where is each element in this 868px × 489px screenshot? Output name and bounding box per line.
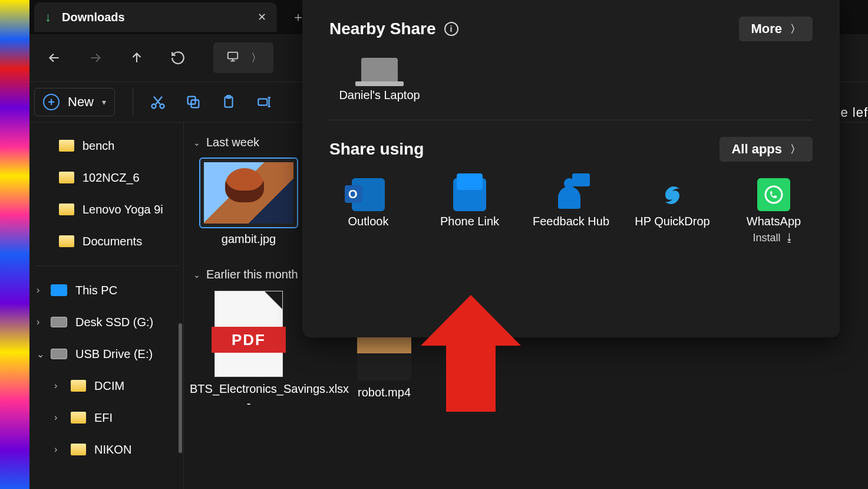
sidebar-item-folder[interactable]: Documents	[29, 225, 183, 257]
chevron-right-icon[interactable]: 〉	[251, 51, 262, 65]
share-app-outlook[interactable]: Outlook	[329, 178, 407, 244]
expand-icon[interactable]: ›	[37, 317, 39, 327]
expand-icon[interactable]: ⌄	[37, 349, 44, 360]
sidebar-item-label: Desk SSD (G:)	[75, 316, 153, 329]
share-app-hp[interactable]: HP QuickDrop	[633, 178, 711, 244]
app-label: Outlook	[348, 215, 389, 228]
group-header-label: Earlier this month	[206, 268, 298, 281]
sidebar-item-folder[interactable]: ›NIKON	[29, 434, 183, 465]
refresh-button[interactable]	[160, 43, 196, 73]
chevron-down-icon: ▾	[102, 97, 106, 107]
drive-icon	[51, 317, 67, 327]
share-using-section: Share using All apps 〉 OutlookPhone Link…	[329, 120, 813, 262]
feedback-hub-icon	[555, 178, 588, 211]
expand-icon[interactable]: ›	[54, 412, 57, 423]
whatsapp-icon	[757, 178, 790, 211]
group-header-label: Last week	[206, 136, 259, 149]
new-button-label: New	[68, 94, 94, 110]
svg-rect-0	[228, 52, 238, 59]
device-label: Daniel's Laptop	[339, 88, 420, 102]
folder-icon	[59, 172, 74, 183]
sidebar-item-folder[interactable]: ›EFI	[29, 402, 183, 434]
folder-icon	[71, 380, 86, 392]
all-apps-button[interactable]: All apps 〉	[720, 137, 813, 162]
sidebar-item-label: EFI	[94, 411, 113, 425]
hp-quickdrop-icon	[656, 178, 689, 211]
back-button[interactable]	[37, 43, 72, 73]
desktop-wallpaper	[0, 0, 29, 489]
file-item[interactable]: gambit.jpg	[190, 159, 308, 247]
new-button[interactable]: + New ▾	[34, 88, 115, 116]
file-label: gambit.jpg	[222, 232, 276, 247]
sidebar-item-drive[interactable]: ›This PC	[29, 274, 183, 306]
svg-point-8	[765, 186, 782, 203]
svg-point-2	[160, 104, 164, 109]
sidebar-item-folder[interactable]: 102NCZ_6	[29, 162, 183, 193]
svg-point-1	[152, 104, 156, 109]
app-label: Phone Link	[440, 215, 499, 228]
expand-icon[interactable]: ›	[54, 380, 57, 391]
nearby-device[interactable]: Daniel's Laptop	[329, 58, 430, 102]
expand-icon[interactable]: ›	[37, 285, 39, 296]
close-icon[interactable]: ✕	[258, 11, 266, 24]
download-icon: ⭳	[784, 232, 795, 244]
plus-icon: +	[43, 94, 60, 110]
image-thumbnail	[204, 162, 293, 224]
folder-icon	[59, 235, 74, 247]
phone-link-icon	[453, 178, 486, 211]
sidebar-item-label: bench	[82, 139, 115, 153]
info-icon[interactable]: i	[444, 22, 458, 36]
separator	[34, 265, 179, 266]
monitor-icon	[225, 50, 240, 65]
pdf-thumbnail: PDF	[214, 291, 283, 377]
laptop-icon	[361, 58, 398, 81]
address-bar[interactable]: 〉	[213, 42, 273, 73]
sidebar-item-label: NIKON	[94, 443, 131, 457]
app-sublabel: Install ⭳	[753, 232, 794, 244]
folder-icon	[59, 140, 74, 152]
rename-button[interactable]	[246, 87, 282, 117]
sidebar-item-drive[interactable]: ⌄USB Drive (E:)	[29, 338, 183, 370]
sidebar-item-drive[interactable]: ›Desk SSD (G:)	[29, 306, 183, 338]
app-label: HP QuickDrop	[635, 215, 709, 228]
tab-title: Downloads	[62, 11, 258, 24]
file-label: BTS_Electronics_Savings.xlsx -	[190, 382, 308, 411]
sidebar-item-label: This PC	[75, 284, 117, 297]
nearby-share-title: Nearby Share	[329, 19, 436, 38]
download-icon: ↓	[45, 9, 51, 25]
share-app-whatsapp[interactable]: WhatsAppInstall ⭳	[735, 178, 813, 244]
paste-button[interactable]	[211, 87, 246, 117]
copy-button[interactable]	[176, 87, 211, 117]
more-label: More	[751, 21, 782, 37]
sidebar-item-folder[interactable]: ›DCIM	[29, 370, 183, 402]
sidebar-item-label: Lenovo Yoga 9i	[82, 203, 163, 216]
sidebar-item-label: DCIM	[94, 379, 124, 393]
more-button[interactable]: More 〉	[739, 17, 813, 41]
share-using-title: Share using	[329, 140, 424, 159]
up-button[interactable]	[119, 43, 154, 73]
share-app-feedback[interactable]: Feedback Hub	[532, 178, 610, 244]
share-app-phone[interactable]: Phone Link	[431, 178, 509, 244]
app-label: Feedback Hub	[533, 215, 609, 228]
forward-button[interactable]	[78, 43, 113, 73]
share-dialog: Nearby Share i More 〉 Daniel's Laptop Sh…	[302, 0, 840, 337]
sidebar-item-folder[interactable]: Lenovo Yoga 9i	[29, 193, 183, 225]
sidebar-item-label: Documents	[82, 235, 142, 248]
file-item[interactable]: PDFBTS_Electronics_Savings.xlsx -	[190, 291, 308, 411]
drive-icon	[51, 349, 67, 359]
all-apps-label: All apps	[731, 142, 782, 157]
sidebar-item-label: 102NCZ_6	[82, 171, 140, 185]
app-label: WhatsApp	[747, 215, 801, 228]
folder-icon	[71, 412, 86, 424]
scrollbar-thumb[interactable]	[179, 323, 182, 453]
sidebar-item-folder[interactable]: bench	[29, 130, 183, 162]
nearby-share-section: Nearby Share i More 〉 Daniel's Laptop	[329, 0, 813, 120]
pc-icon	[51, 284, 67, 296]
chevron-right-icon: 〉	[790, 142, 801, 156]
navigation-sidebar: bench102NCZ_6Lenovo Yoga 9iDocuments ›Th…	[29, 123, 184, 489]
folder-icon	[71, 444, 86, 455]
truncated-text: e lef	[840, 105, 868, 120]
expand-icon[interactable]: ›	[54, 444, 57, 455]
cut-button[interactable]	[140, 87, 176, 117]
tab-downloads[interactable]: ↓ Downloads ✕	[34, 2, 277, 32]
